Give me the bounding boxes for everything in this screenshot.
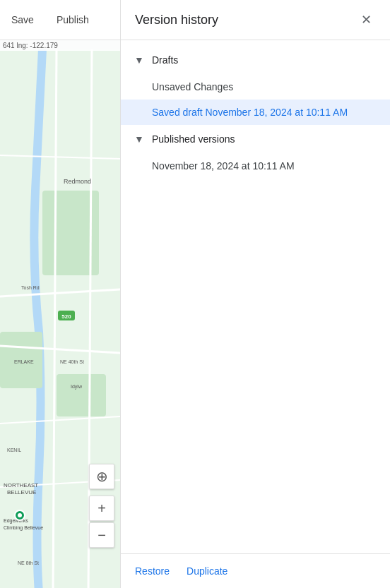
zoom-in-icon: + [98, 500, 106, 517]
zoom-out-icon: − [98, 527, 106, 544]
svg-text:Climbing Bellevue: Climbing Bellevue [4, 525, 43, 531]
location-icon: ⊕ [96, 468, 108, 485]
svg-text:BELLEVUE: BELLEVUE [7, 489, 36, 496]
svg-text:NE 40th St: NE 40th St [60, 359, 84, 364]
panel-header: Version history ✕ [121, 0, 390, 40]
close-icon: ✕ [361, 12, 372, 28]
saved-draft-item[interactable]: Saved draft November 18, 2024 at 10:11 A… [121, 100, 390, 125]
zoom-in-button[interactable]: + [89, 496, 114, 521]
location-button[interactable]: ⊕ [89, 464, 114, 489]
svg-text:NE 8th St: NE 8th St [18, 560, 39, 565]
svg-rect-3 [57, 374, 106, 416]
svg-text:Idylw: Idylw [71, 384, 83, 390]
coords-bar: 641 lng: -122.179 [0, 40, 120, 51]
coordinates-text: 641 lng: -122.179 [3, 42, 58, 49]
published-chevron-icon: ▼ [132, 132, 146, 146]
drafts-section-header[interactable]: ▼ Drafts [121, 46, 390, 74]
map-panel: Save Publish 641 lng: -122.179 520 Redmo… [0, 0, 120, 588]
save-button[interactable]: Save [6, 11, 40, 28]
svg-text:NORTHEAST: NORTHEAST [4, 482, 38, 488]
restore-button[interactable]: Restore [135, 563, 170, 580]
zoom-out-button[interactable]: − [89, 522, 114, 548]
close-button[interactable]: ✕ [356, 10, 376, 30]
published-section-header[interactable]: ▼ Published versions [121, 125, 390, 153]
drafts-chevron-icon: ▼ [132, 53, 146, 67]
svg-text:520: 520 [61, 313, 71, 320]
duplicate-button[interactable]: Duplicate [187, 563, 228, 580]
unsaved-changes-item[interactable]: Unsaved Changes [121, 74, 390, 100]
panel-footer: Restore Duplicate [121, 553, 390, 588]
version-history-panel: Version history ✕ ▼ Drafts Unsaved Chang… [120, 0, 390, 588]
published-section-title: Published versions [152, 133, 235, 145]
svg-text:Tosh Rd: Tosh Rd [21, 285, 40, 290]
publish-button[interactable]: Publish [51, 11, 95, 28]
svg-point-27 [18, 513, 22, 517]
svg-text:Redmond: Redmond [64, 178, 91, 185]
drafts-section-title: Drafts [152, 54, 178, 66]
svg-text:ERLAKE: ERLAKE [14, 359, 34, 364]
map-toolbar: Save Publish [0, 0, 120, 40]
panel-title: Version history [135, 13, 218, 28]
published-version-item[interactable]: November 18, 2024 at 10:11 AM [121, 153, 390, 179]
panel-content: ▼ Drafts Unsaved Changes Saved draft Nov… [121, 40, 390, 553]
svg-text:KENIL: KENIL [7, 448, 21, 452]
